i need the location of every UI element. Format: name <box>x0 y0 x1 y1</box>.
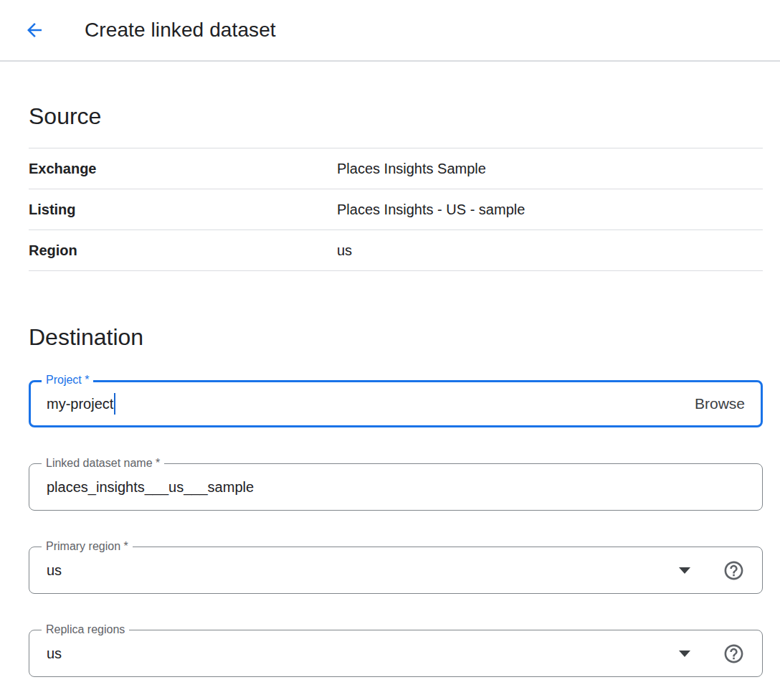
page-header: Create linked dataset <box>0 0 780 62</box>
primary-region-label: Primary region * <box>42 539 133 554</box>
help-outline-icon <box>723 643 745 665</box>
row-value: Places Insights Sample <box>337 161 763 177</box>
project-input[interactable]: my-project Browse <box>29 380 763 427</box>
primary-region-help-button[interactable] <box>722 559 745 582</box>
row-value: Places Insights - US - sample <box>337 202 763 218</box>
text-cursor <box>114 393 115 415</box>
page-title: Create linked dataset <box>85 19 276 42</box>
project-field: Project * my-project Browse <box>29 380 763 427</box>
project-input-value: my-project <box>47 396 113 412</box>
replica-regions-help-button[interactable] <box>722 642 745 665</box>
arrow-drop-down-icon <box>679 651 690 657</box>
destination-heading: Destination <box>29 321 763 353</box>
back-button[interactable] <box>19 14 50 46</box>
replica-regions-label: Replica regions <box>42 623 129 637</box>
table-row-exchange: Exchange Places Insights Sample <box>29 148 763 189</box>
replica-regions-field: Replica regions us <box>29 630 763 677</box>
source-info-table: Exchange Places Insights Sample Listing … <box>29 148 763 271</box>
linked-dataset-name-value: places_insights___us___sample <box>47 479 254 496</box>
table-row-listing: Listing Places Insights - US - sample <box>29 189 763 230</box>
row-value: us <box>337 242 763 259</box>
row-label: Region <box>29 242 337 259</box>
main-content: Source Exchange Places Insights Sample L… <box>0 100 780 677</box>
primary-region-field: Primary region * us <box>29 547 763 594</box>
source-heading: Source <box>29 100 763 132</box>
row-label: Listing <box>29 202 337 218</box>
linked-dataset-name-label: Linked dataset name * <box>42 456 164 470</box>
primary-region-select[interactable]: us <box>29 547 763 594</box>
replica-regions-select[interactable]: us <box>29 630 763 677</box>
help-outline-icon <box>723 559 745 582</box>
linked-dataset-name-field: Linked dataset name * places_insights___… <box>29 463 763 511</box>
primary-region-value: us <box>47 562 62 579</box>
project-field-label: Project * <box>42 373 93 387</box>
row-label: Exchange <box>29 161 337 177</box>
browse-button[interactable]: Browse <box>695 395 745 412</box>
replica-regions-value: us <box>47 645 62 662</box>
table-row-region: Region us <box>29 230 763 271</box>
arrow-back-icon <box>24 19 45 41</box>
arrow-drop-down-icon <box>679 567 690 574</box>
